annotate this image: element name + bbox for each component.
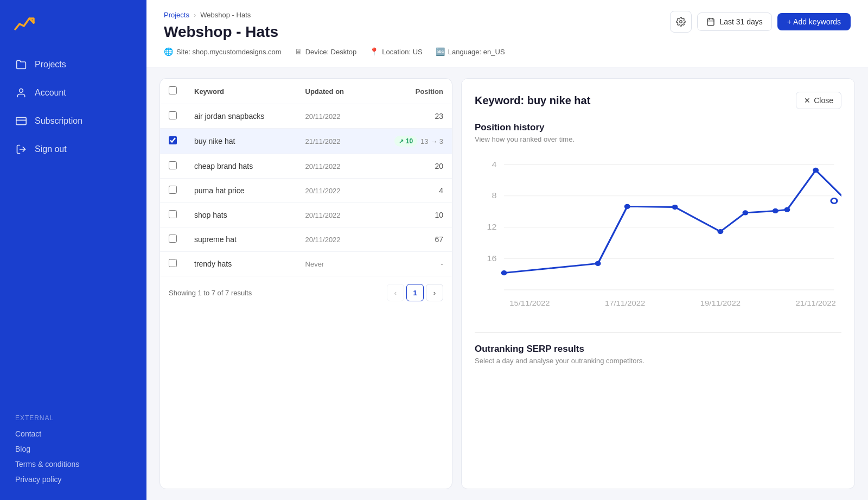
svg-point-24 — [624, 204, 630, 209]
folder-icon — [15, 59, 27, 71]
sidebar-item-account[interactable]: Account — [7, 79, 140, 106]
svg-point-26 — [718, 229, 724, 234]
signout-icon — [15, 143, 27, 155]
sidebar-item-label: Projects — [35, 60, 66, 69]
row-checkbox[interactable] — [169, 259, 177, 267]
close-label: Close — [814, 96, 833, 105]
position-change: ↗ 1013 → 3 — [376, 136, 443, 147]
meta-language: 🔤 Language: en_US — [436, 47, 505, 56]
sidebar-item-label: Sign out — [35, 144, 67, 154]
breadcrumb-parent[interactable]: Projects — [164, 11, 189, 19]
breadcrumb-current: Webshop - Hats — [200, 11, 251, 19]
svg-point-31 — [831, 198, 837, 203]
sidebar-item-signout[interactable]: Sign out — [7, 136, 140, 163]
table-footer: Showing 1 to 7 of 7 results ‹ 1 › — [160, 276, 452, 309]
date-range-button[interactable]: Last 31 days — [697, 12, 771, 31]
monitor-icon: 🖥 — [295, 47, 302, 56]
page-title: Webshop - Hats — [164, 23, 670, 41]
updated-cell: 21/11/2022 — [297, 129, 368, 154]
external-label: External — [13, 414, 133, 422]
svg-text:21/11/2022: 21/11/2022 — [795, 299, 835, 307]
outranking-section: Outranking SERP results Select a day and… — [475, 332, 841, 374]
table-row[interactable]: air jordan snapbacks20/11/202223 — [160, 104, 452, 129]
sidebar-item-label: Account — [35, 88, 66, 98]
table-row[interactable]: cheap brand hats20/11/202220 — [160, 154, 452, 179]
keyword-cell: air jordan snapbacks — [186, 104, 297, 129]
position-cell: - — [368, 252, 452, 276]
outranking-title: Outranking SERP results — [475, 344, 841, 355]
row-checkbox[interactable] — [169, 111, 177, 119]
svg-text:12: 12 — [487, 223, 497, 231]
position-cell: 10 — [368, 203, 452, 227]
keyword-cell: puma hat price — [186, 179, 297, 203]
updated-cell: 20/11/2022 — [297, 104, 368, 129]
page-header: Projects › Webshop - Hats Webshop - Hats… — [146, 0, 868, 67]
svg-point-25 — [672, 205, 678, 210]
keyword-cell: cheap brand hats — [186, 154, 297, 179]
keywords-table-panel: Keyword Updated on Position air jordan s… — [159, 78, 452, 489]
detail-panel: Keyword: buy nike hat ✕ Close Position h… — [461, 78, 855, 489]
select-all-checkbox[interactable] — [169, 86, 177, 94]
settings-button[interactable] — [670, 11, 692, 33]
row-checkbox[interactable] — [169, 235, 177, 243]
contact-link[interactable]: Contact — [13, 426, 133, 441]
prev-page-button[interactable]: ‹ — [387, 284, 404, 301]
next-page-button[interactable]: › — [426, 284, 443, 301]
svg-text:4: 4 — [492, 160, 497, 169]
location-icon: 📍 — [369, 47, 379, 56]
table-row[interactable]: supreme hat20/11/202267 — [160, 227, 452, 252]
updated-cell: 20/11/2022 — [297, 227, 368, 252]
row-checkbox[interactable] — [169, 161, 177, 169]
content-area: Keyword Updated on Position air jordan s… — [146, 67, 868, 500]
keywords-table: Keyword Updated on Position air jordan s… — [160, 79, 452, 276]
privacy-link[interactable]: Privacy policy — [13, 472, 133, 487]
breadcrumb: Projects › Webshop - Hats — [164, 11, 670, 19]
close-button[interactable]: ✕ Close — [796, 92, 841, 109]
add-keywords-label: + Add keywords — [787, 17, 841, 26]
add-keywords-button[interactable]: + Add keywords — [777, 13, 851, 30]
terms-link[interactable]: Terms & conditions — [13, 457, 133, 472]
row-checkbox[interactable] — [169, 210, 177, 218]
table-row[interactable]: trendy hatsNever- — [160, 252, 452, 276]
sidebar-item-projects[interactable]: Projects — [7, 51, 140, 78]
row-checkbox[interactable] — [169, 186, 177, 194]
blog-link[interactable]: Blog — [13, 441, 133, 457]
meta-site: 🌐 Site: shop.mycustomdesigns.com — [164, 47, 282, 56]
table-row[interactable]: buy nike hat21/11/2022↗ 1013 → 3 — [160, 129, 452, 154]
position-cell: 4 — [368, 179, 452, 203]
svg-rect-1 — [16, 117, 26, 124]
chart-area: 4 8 12 16 15/11/2022 17/11/2022 19/11/20… — [475, 152, 841, 317]
position-cell: 23 — [368, 104, 452, 129]
table-row[interactable]: shop hats20/11/202210 — [160, 203, 452, 227]
keyword-cell: buy nike hat — [186, 129, 297, 154]
svg-point-23 — [595, 261, 601, 266]
updated-col-header: Updated on — [297, 79, 368, 104]
gear-icon — [676, 17, 686, 27]
sidebar-logo — [0, 0, 146, 51]
position-cell: ↗ 1013 → 3 — [368, 129, 452, 154]
svg-text:17/11/2022: 17/11/2022 — [605, 299, 645, 307]
svg-point-28 — [773, 208, 778, 213]
updated-cell: Never — [297, 252, 368, 276]
sidebar-item-subscription[interactable]: Subscription — [7, 107, 140, 135]
detail-title: Keyword: buy nike hat — [475, 94, 590, 107]
app-logo — [13, 12, 37, 36]
position-change-text: 13 → 3 — [420, 137, 443, 145]
svg-point-0 — [20, 89, 23, 93]
breadcrumb-separator: › — [194, 11, 196, 19]
table-row[interactable]: puma hat price20/11/20224 — [160, 179, 452, 203]
keyword-cell: trendy hats — [186, 252, 297, 276]
keyword-cell: shop hats — [186, 203, 297, 227]
row-checkbox[interactable] — [169, 136, 177, 144]
close-x-icon: ✕ — [804, 96, 810, 105]
updated-cell: 20/11/2022 — [297, 154, 368, 179]
page-1-button[interactable]: 1 — [406, 284, 424, 301]
position-cell: 20 — [368, 154, 452, 179]
user-icon — [15, 87, 27, 99]
position-badge: ↗ 10 — [394, 136, 417, 147]
language-icon: 🔤 — [436, 47, 445, 56]
sidebar-item-label: Subscription — [35, 116, 82, 126]
updated-cell: 20/11/2022 — [297, 203, 368, 227]
meta-device: 🖥 Device: Desktop — [295, 47, 357, 56]
detail-header: Keyword: buy nike hat ✕ Close — [475, 92, 841, 109]
